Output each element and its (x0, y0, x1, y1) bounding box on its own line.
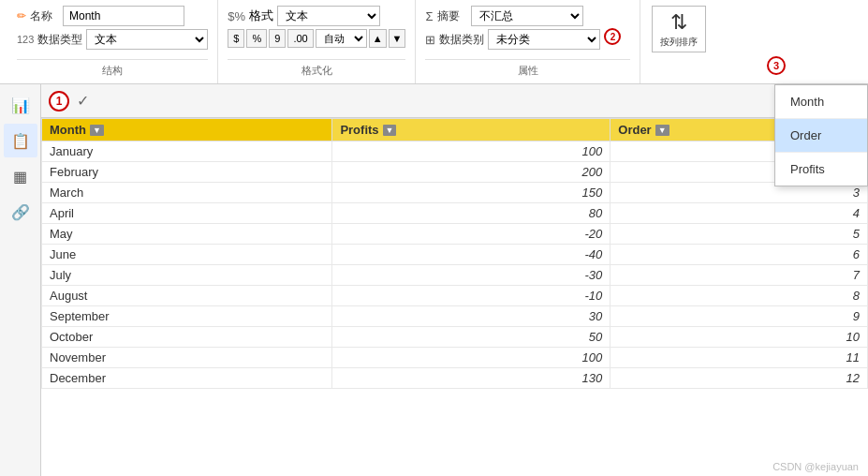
format-top-row: $% 格式 文本 数字 货币 日期 (228, 6, 405, 26)
category-select[interactable]: 未分类 城市 国家 (488, 29, 600, 50)
table-row: October5010 (42, 327, 868, 348)
col-profits[interactable]: Profits ▼ (332, 119, 611, 141)
name-icon: ✏ (17, 9, 26, 22)
table-cell: May (42, 224, 332, 245)
check-btn[interactable]: ✓ (73, 90, 93, 112)
dollar-btn[interactable]: $ (228, 29, 244, 48)
table-cell: -20 (332, 224, 611, 245)
attr-group: Σ 摘要 不汇总 求和 计数 平均值 ⊞ 数据类别 未分类 (416, 0, 640, 83)
datatype-label: 123 数据类型 (17, 32, 82, 48)
col-profits-label: Profits (340, 123, 378, 137)
table-cell: November (42, 348, 332, 368)
sort-btn-label: 按列排序 (660, 37, 698, 48)
sidebar-icon-link[interactable]: 🔗 (4, 195, 37, 229)
name-input[interactable] (63, 6, 184, 26)
table-row: January1001 (42, 141, 868, 162)
table-cell: 9 (611, 306, 868, 327)
structure-label: 结构 (17, 59, 208, 78)
sort-icon: ⇅ (670, 10, 687, 35)
percent-btn[interactable]: % (246, 29, 267, 48)
comma-btn[interactable]: 9 (269, 29, 286, 48)
dropdown-item-month[interactable]: Month (775, 85, 867, 119)
content-area: 1 ✓ Month ▼ (41, 84, 868, 476)
decimal-down-btn[interactable]: ▼ (389, 29, 406, 48)
col-month-dropdown[interactable]: ▼ (90, 125, 104, 136)
table-cell: -30 (332, 265, 611, 286)
table-cell: 8 (611, 286, 868, 306)
table-container[interactable]: Month ▼ Profits ▼ (41, 118, 868, 476)
table-row: February2002 (42, 162, 868, 183)
summary-label: Σ 摘要 (425, 8, 467, 24)
table-row: September309 (42, 306, 868, 327)
dropdown-item-order[interactable]: Order (775, 119, 867, 153)
badge-1-btn[interactable]: 1 (49, 91, 69, 112)
sort-dropdown-menu: Month Order Profits (774, 84, 868, 186)
datatype-select[interactable]: 文本 整数 小数 日期 (86, 29, 208, 50)
name-row: ✏ 名称 (17, 6, 208, 26)
table-cell: June (42, 245, 332, 265)
category-label-text: 数据类别 (439, 32, 484, 48)
dropdown-item-profits[interactable]: Profits (775, 153, 867, 186)
table-cell: 50 (332, 327, 611, 348)
table-row: August-108 (42, 286, 868, 306)
table-row: May-205 (42, 224, 868, 245)
table-cell: 10 (611, 327, 868, 348)
format-prefix-text: 格式 (249, 7, 273, 24)
format-icon: $% (228, 9, 245, 23)
table-row: June-406 (42, 245, 868, 265)
sort-by-column-btn[interactable]: ⇅ 按列排序 (652, 6, 706, 52)
col-month[interactable]: Month ▼ (42, 119, 332, 141)
table-header-row: Month ▼ Profits ▼ (42, 119, 868, 141)
left-sidebar: 📊 📋 ▦ 🔗 (0, 84, 41, 476)
table-row: November10011 (42, 348, 868, 368)
summary-select[interactable]: 不汇总 求和 计数 平均值 (471, 6, 583, 26)
table-cell: 11 (611, 348, 868, 368)
table-cell: 12 (611, 368, 868, 389)
col-month-label: Month (50, 123, 86, 137)
table-row: March1503 (42, 183, 868, 203)
col-order-label: Order (618, 123, 651, 137)
sidebar-icon-table[interactable]: 📋 (4, 124, 37, 157)
table-cell: August (42, 286, 332, 306)
summary-label-text: 摘要 (437, 8, 460, 24)
table-body: January1001February2002March1503April804… (42, 141, 868, 389)
table-cell: January (42, 141, 332, 162)
data-table: Month ▼ Profits ▼ (41, 118, 868, 389)
table-cell: December (42, 368, 332, 389)
format-bottom-row: $ % 9 .00 自动 ▲ ▼ (228, 29, 405, 48)
table-cell: -10 (332, 286, 611, 306)
col-profits-dropdown[interactable]: ▼ (383, 125, 397, 136)
category-row: ⊞ 数据类别 未分类 城市 国家 2 (425, 29, 630, 50)
format-select[interactable]: 文本 数字 货币 日期 (277, 6, 380, 26)
table-row: December13012 (42, 368, 868, 389)
table-cell: 100 (332, 348, 611, 368)
table-cell: 4 (611, 203, 868, 224)
datatype-row: 123 数据类型 文本 整数 小数 日期 (17, 29, 208, 50)
table-cell: 30 (332, 306, 611, 327)
badge-2: 2 (604, 28, 621, 45)
sigma-icon: Σ (425, 9, 433, 23)
sidebar-icon-chart[interactable]: 📊 (4, 88, 37, 122)
table-cell: 6 (611, 245, 868, 265)
table-cell: March (42, 183, 332, 203)
decimal-btn[interactable]: .00 (287, 29, 313, 48)
table-cell: February (42, 162, 332, 183)
table-cell: -40 (332, 245, 611, 265)
col-order-dropdown[interactable]: ▼ (655, 125, 669, 136)
sidebar-icon-grid[interactable]: ▦ (4, 159, 37, 193)
datatype-icon: 123 (17, 34, 34, 45)
category-label: ⊞ 数据类别 (425, 32, 484, 48)
badge-3: 3 (767, 56, 786, 75)
category-icon: ⊞ (425, 33, 435, 47)
table-cell: 130 (332, 368, 611, 389)
table-cell: September (42, 306, 332, 327)
main-area: 📊 📋 ▦ 🔗 1 ✓ Month (0, 84, 868, 476)
auto-select[interactable]: 自动 (316, 29, 367, 48)
name-label: ✏ 名称 (17, 8, 59, 24)
format-label: 格式化 (228, 59, 405, 78)
table-cell: 7 (611, 265, 868, 286)
table-cell: 5 (611, 224, 868, 245)
table-cell: 80 (332, 203, 611, 224)
datatype-label-text: 数据类型 (37, 32, 82, 48)
decimal-up-btn[interactable]: ▲ (369, 29, 387, 48)
